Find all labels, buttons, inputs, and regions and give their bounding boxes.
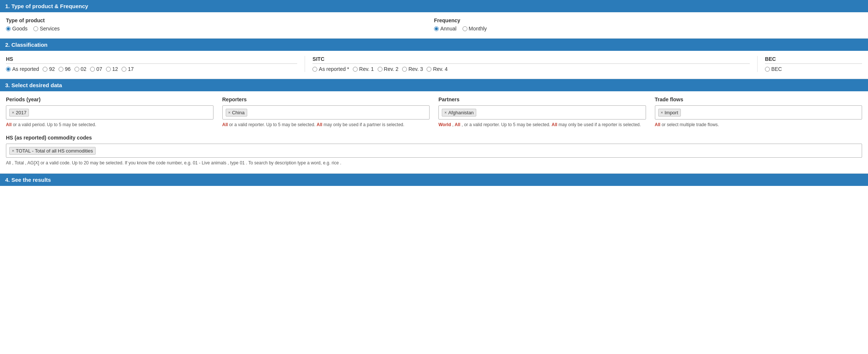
partners-tag-remove[interactable]: ×	[444, 110, 447, 115]
partners-tag: × Afghanistan	[442, 109, 476, 117]
hs-17[interactable]: 17	[122, 66, 134, 72]
hs-as-reported[interactable]: As reported	[6, 66, 39, 72]
hs-options: As reported 92 96 02 07 12	[6, 66, 297, 72]
reporters-col: Reporters × China All or a valid reporte…	[222, 96, 430, 128]
reporters-tag-remove[interactable]: ×	[228, 110, 231, 115]
product-label: Type of product	[6, 17, 434, 23]
hs-02[interactable]: 02	[74, 66, 87, 72]
hs-12[interactable]: 12	[106, 66, 118, 72]
partners-label: Partners	[438, 96, 646, 102]
sitc-rev4[interactable]: Rev. 4	[427, 66, 447, 72]
section1-header: 1. Type of product & Frequency	[0, 0, 868, 12]
hs-92[interactable]: 92	[43, 66, 55, 72]
product-goods[interactable]: Goods	[6, 26, 27, 32]
bec-label: BEC	[765, 56, 862, 64]
tradeflows-col: Trade flows × Import All or select multi…	[655, 96, 862, 128]
tradeflows-tag: × Import	[658, 109, 681, 117]
tradeflows-label: Trade flows	[655, 96, 862, 102]
periods-tag: × 2017	[9, 109, 29, 117]
reporters-tag: × China	[226, 109, 247, 117]
sitc-options: As reported * Rev. 1 Rev. 2 Rev. 3 Rev. …	[312, 66, 750, 72]
section2-header: 2. Classification	[0, 39, 868, 51]
commodity-tag-remove[interactable]: ×	[12, 148, 14, 153]
commodity-input[interactable]: × TOTAL - Total of all HS commodities	[6, 144, 862, 158]
frequency-monthly[interactable]: Monthly	[463, 26, 487, 32]
commodity-help: All , Total , AG[X] or a valid code. Up …	[6, 160, 862, 167]
sitc-rev2[interactable]: Rev. 2	[378, 66, 398, 72]
partners-help: World , All , or a valid reporter. Up to…	[438, 121, 646, 128]
reporters-input[interactable]: × China	[222, 105, 430, 119]
section4-header: 4. See the results	[0, 174, 868, 186]
hs-07[interactable]: 07	[90, 66, 102, 72]
partners-input[interactable]: × Afghanistan	[438, 105, 646, 119]
sitc-rev1[interactable]: Rev. 1	[353, 66, 374, 72]
commodity-section: HS (as reported) commodity codes × TOTAL…	[6, 135, 862, 167]
product-services[interactable]: Services	[33, 26, 60, 32]
partners-col: Partners × Afghanistan World , All , or …	[438, 96, 646, 128]
sitc-rev3[interactable]: Rev. 3	[402, 66, 423, 72]
sitc-label: SITC	[312, 56, 750, 64]
frequency-annual[interactable]: Annual	[434, 26, 457, 32]
hs-96[interactable]: 96	[59, 66, 71, 72]
section3-header: 3. Select desired data	[0, 79, 868, 91]
periods-tag-remove[interactable]: ×	[12, 110, 14, 115]
sitc-as-reported[interactable]: As reported *	[312, 66, 349, 72]
tradeflows-help: All or select multiple trade flows.	[655, 121, 862, 128]
reporters-help: All or a valid reporter. Up to 5 may be …	[222, 121, 430, 128]
commodity-tag: × TOTAL - Total of all HS commodities	[9, 147, 96, 155]
periods-label: Periods (year)	[6, 96, 213, 102]
commodity-label: HS (as reported) commodity codes	[6, 135, 862, 141]
product-options: Goods Services	[6, 26, 434, 32]
bec-radio[interactable]: BEC	[765, 66, 782, 72]
tradeflows-tag-remove[interactable]: ×	[661, 110, 663, 115]
tradeflows-input[interactable]: × Import	[655, 105, 862, 119]
periods-col: Periods (year) × 2017 All or a valid per…	[6, 96, 213, 128]
periods-input[interactable]: × 2017	[6, 105, 213, 119]
frequency-label: Frequency	[434, 17, 862, 23]
reporters-label: Reporters	[222, 96, 430, 102]
periods-help: All or a valid period. Up to 5 may be se…	[6, 121, 213, 128]
frequency-options: Annual Monthly	[434, 26, 862, 32]
hs-label: HS	[6, 56, 297, 64]
bec-option: BEC	[765, 66, 862, 72]
